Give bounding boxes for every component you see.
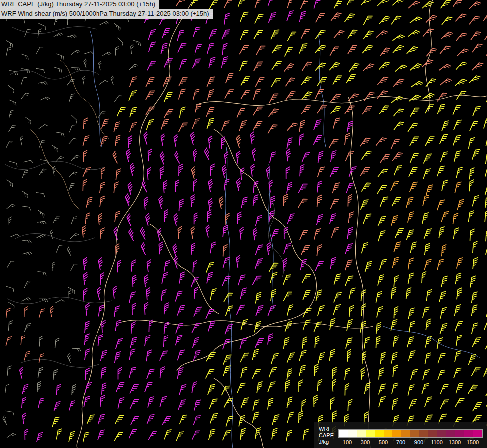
legend-swatch: [401, 430, 410, 437]
legend-title: WRF CAPE J/kg: [319, 426, 334, 445]
legend: WRF CAPE J/kg 10030050070090011001300150…: [314, 422, 487, 448]
legend-swatch: [348, 430, 357, 437]
legend-tick-label: 1500: [464, 439, 482, 445]
legend-swatch: [455, 430, 464, 437]
legend-tick-label: 1100: [428, 439, 446, 445]
legend-swatch: [464, 430, 473, 437]
legend-swatch: [357, 430, 366, 437]
legend-tick-label: 700: [392, 439, 410, 445]
legend-title-line: CAPE: [319, 432, 334, 439]
legend-tick-label: 900: [410, 439, 428, 445]
legend-swatch: [384, 430, 392, 437]
legend-title-line: J/kg: [319, 439, 334, 445]
legend-swatch-strip: [338, 429, 483, 438]
legend-swatch: [473, 430, 482, 437]
legend-scale: 100300500700900110013001500: [338, 429, 483, 445]
legend-swatch: [339, 430, 348, 437]
legend-swatch: [437, 430, 446, 437]
legend-swatch: [375, 430, 384, 437]
legend-swatch: [446, 430, 455, 437]
legend-swatch: [410, 430, 419, 437]
legend-tick-label: 500: [374, 439, 392, 445]
legend-tick-label: 1300: [446, 439, 464, 445]
legend-swatch: [428, 430, 437, 437]
legend-tick-row: 100300500700900110013001500: [338, 439, 483, 445]
map-title-block: WRF CAPE (J/kg) Thursday 27-11-2025 03:0…: [0, 0, 213, 19]
weather-map-canvas: [0, 0, 487, 448]
legend-tick-label: 100: [338, 439, 356, 445]
map-title-line2: WRF Wind shear (m/s) 500/1000hPa Thursda…: [0, 9, 213, 19]
legend-swatch: [392, 430, 401, 437]
legend-swatch: [419, 430, 428, 437]
map-title-line1: WRF CAPE (J/kg) Thursday 27-11-2025 03:0…: [0, 0, 159, 9]
legend-tick-label: 300: [356, 439, 374, 445]
legend-title-line: WRF: [319, 426, 334, 432]
legend-swatch: [366, 430, 375, 437]
